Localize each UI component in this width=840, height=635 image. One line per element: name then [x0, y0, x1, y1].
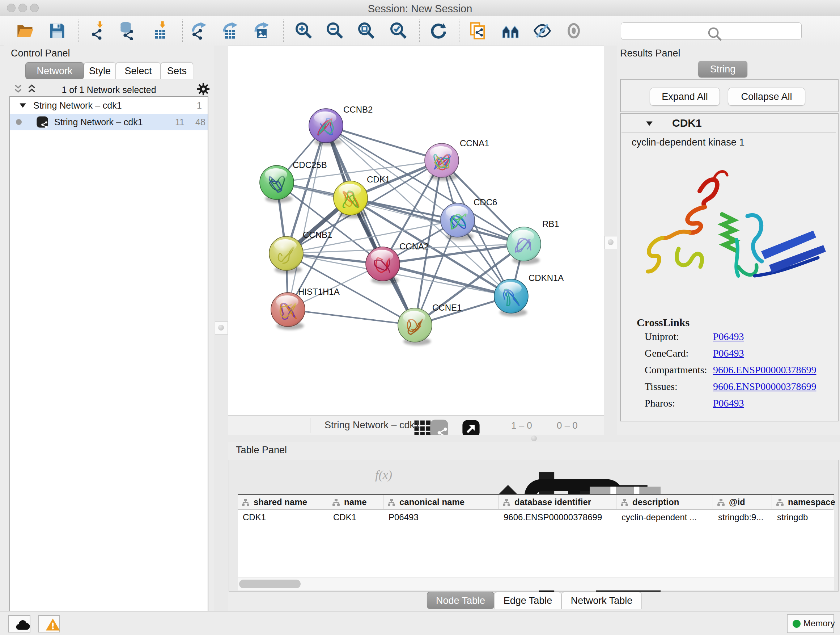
- protein-structure-image: [628, 157, 831, 312]
- search-input[interactable]: [638, 24, 799, 38]
- column-header-name[interactable]: name: [328, 495, 384, 510]
- protein-detail-box: CDK1 cyclin-dependent kinase 1 CrossLink…: [620, 113, 838, 421]
- zoom-in-icon[interactable]: [294, 21, 313, 40]
- column-header-canonicalname[interactable]: canonical name: [384, 495, 499, 510]
- crosslink-link[interactable]: P06493: [713, 331, 744, 342]
- network-node-count: 11: [175, 117, 185, 127]
- network-node-RB1[interactable]: [507, 227, 541, 264]
- network-row-selected[interactable]: String Network – cdk1 11 48: [10, 114, 208, 130]
- tab-sets[interactable]: Sets: [161, 62, 193, 79]
- column-type-icon: [387, 498, 396, 507]
- memory-button[interactable]: Memory: [787, 614, 834, 633]
- network-collection-row[interactable]: String Network – cdk1 1: [10, 97, 208, 114]
- network-node-CCNE1[interactable]: [398, 308, 432, 345]
- tab-edge-table[interactable]: Edge Table: [494, 592, 561, 609]
- node-table[interactable]: shared namenamecanonical namedatabase id…: [238, 494, 834, 577]
- collapse-all-button[interactable]: Collapse All: [728, 88, 805, 106]
- network-canvas[interactable]: CCNB2CCNA1CDC25BCDK1CDC6RB1CCNB1CCNA2CDK…: [228, 46, 604, 415]
- cloud-icon: [9, 616, 30, 632]
- column-header-id[interactable]: @id: [713, 495, 772, 510]
- save-session-icon[interactable]: [48, 21, 66, 40]
- table-cell[interactable]: stringdb: [772, 509, 833, 525]
- table-cell[interactable]: 9606.ENSP00000378699: [499, 509, 616, 525]
- first-neighbors-icon[interactable]: [501, 21, 520, 40]
- network-node-CDK1[interactable]: [333, 181, 368, 218]
- column-type-icon: [332, 498, 340, 507]
- column-header-description[interactable]: description: [616, 495, 713, 510]
- node-label-CDC6: CDC6: [474, 197, 497, 207]
- network-collection-list: String Network – cdk1 1 String Network –…: [9, 96, 208, 635]
- vertical-splitter-right[interactable]: [604, 46, 617, 435]
- splitter-handle-dot[interactable]: [218, 325, 224, 331]
- tab-node-table[interactable]: Node Table: [427, 592, 494, 609]
- crosslink-link[interactable]: P06493: [713, 397, 744, 409]
- expand-all-button[interactable]: Expand All: [650, 88, 720, 106]
- show-all-icon[interactable]: [564, 21, 583, 40]
- warning-icon: [39, 616, 59, 632]
- network-edge[interactable]: [288, 126, 326, 310]
- table-cell[interactable]: cyclin-dependent ...: [616, 509, 713, 525]
- zoom-out-icon[interactable]: [325, 21, 344, 40]
- table-tabs: Node Table Edge Table Network Table: [228, 592, 840, 609]
- tab-network[interactable]: Network: [25, 62, 84, 79]
- table-cell[interactable]: CDK1: [328, 509, 383, 525]
- import-network-file-icon[interactable]: [88, 21, 107, 40]
- splitter-handle-dot[interactable]: [531, 435, 537, 441]
- main-toolbar: ?: [0, 16, 840, 46]
- collection-expand-icon[interactable]: [18, 101, 27, 110]
- network-node-CDC25B[interactable]: [260, 165, 294, 203]
- table-panel-title: Table Panel: [236, 445, 287, 456]
- crosslink-link[interactable]: 9606.ENSP00000378699: [713, 364, 816, 376]
- import-table-icon[interactable]: [151, 21, 170, 40]
- network-node-CCNB1[interactable]: [269, 236, 303, 274]
- zoom-selected-icon[interactable]: [389, 21, 408, 40]
- tab-network-table[interactable]: Network Table: [561, 592, 642, 609]
- status-bar: Memory: [0, 611, 840, 635]
- network-node-CDC6[interactable]: [441, 203, 475, 241]
- table-cell[interactable]: stringdb:9...: [713, 509, 772, 525]
- scrollbar-thumb[interactable]: [239, 580, 301, 588]
- node-label-HIST1H1A: HIST1H1A: [298, 287, 340, 296]
- table-horizontal-scrollbar[interactable]: [238, 577, 834, 591]
- splitter-handle-dot[interactable]: [608, 239, 614, 245]
- network-edge[interactable]: [326, 126, 442, 160]
- warnings-button[interactable]: [38, 615, 60, 632]
- export-image-icon[interactable]: [253, 21, 271, 40]
- import-network-database-icon[interactable]: [118, 21, 137, 40]
- table-cell[interactable]: CDK1: [238, 509, 328, 525]
- cloud-status-button[interactable]: [8, 615, 30, 632]
- column-header-databaseidentifier[interactable]: database identifier: [499, 495, 616, 510]
- open-session-icon[interactable]: [16, 21, 35, 40]
- network-node-CCNA1[interactable]: [425, 143, 459, 181]
- network-edge[interactable]: [288, 310, 415, 325]
- hide-selected-icon[interactable]: [533, 21, 552, 40]
- table-cell[interactable]: P06493: [384, 509, 498, 525]
- protein-expand-icon[interactable]: [645, 119, 654, 128]
- duplicate-network-icon[interactable]: [469, 21, 488, 40]
- horizontal-splitter[interactable]: [228, 435, 840, 442]
- crosslink-label: Tissues:: [645, 381, 677, 393]
- protein-description: cyclin-dependent kinase 1: [632, 137, 745, 148]
- search-box[interactable]: [621, 22, 802, 40]
- export-table-icon[interactable]: [221, 21, 240, 40]
- divider: [310, 418, 310, 433]
- export-network-icon[interactable]: [190, 21, 209, 40]
- tab-string[interactable]: String: [698, 61, 747, 78]
- crosslink-link[interactable]: 9606.ENSP00000378699: [713, 381, 816, 393]
- network-options-gear-icon[interactable]: [197, 82, 210, 96]
- column-header-sharedname[interactable]: shared name: [238, 495, 328, 510]
- protein-name: CDK1: [672, 117, 702, 129]
- tab-select[interactable]: Select: [116, 62, 161, 79]
- tab-style[interactable]: Style: [84, 62, 116, 79]
- protein-header[interactable]: CDK1: [622, 114, 836, 133]
- network-view-title: String Network – cdk1: [325, 420, 420, 431]
- column-header-namespace[interactable]: namespace: [772, 495, 834, 510]
- zoom-fit-icon[interactable]: [357, 21, 376, 40]
- network-node-CDKN1A[interactable]: [494, 279, 528, 317]
- network-node-CCNA2[interactable]: [366, 247, 400, 284]
- refresh-layout-icon[interactable]: [429, 21, 447, 40]
- crosslink-link[interactable]: P06493: [713, 348, 744, 359]
- network-node-HIST1H1A[interactable]: [271, 293, 305, 330]
- vertical-splitter-left[interactable]: [214, 46, 228, 611]
- node-label-CCNE1: CCNE1: [432, 302, 462, 312]
